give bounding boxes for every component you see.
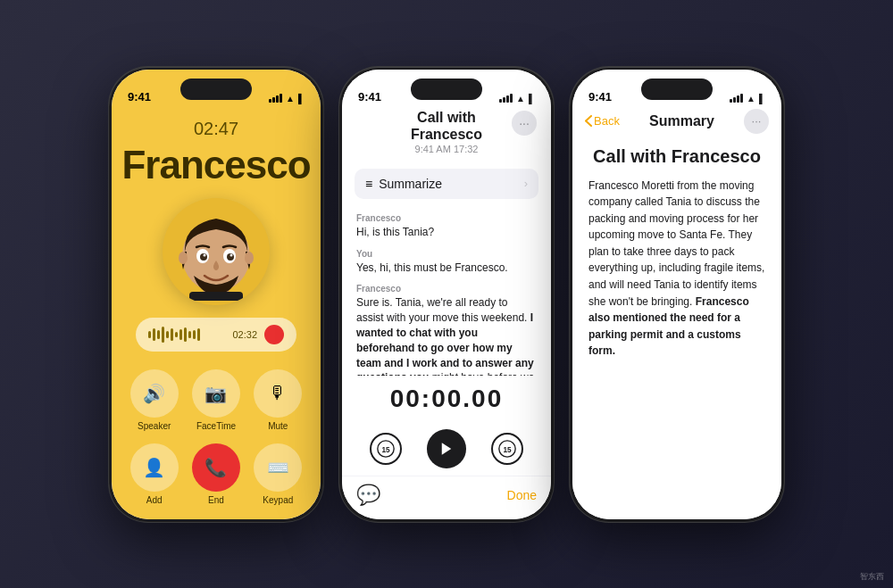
transcript-title: Call with Francesco <box>381 109 512 143</box>
summarize-pill[interactable]: ≡ Summarize › <box>355 169 538 199</box>
transcript-screen: 9:41 ▲ ▌ Call w <box>342 70 551 519</box>
svg-text:15: 15 <box>503 445 512 453</box>
wave-b10 <box>188 331 191 338</box>
wave-b11 <box>193 330 196 339</box>
back-label: Back <box>594 114 620 128</box>
transcript-line-2: Yes, hi, this must be Francesco. <box>356 261 537 276</box>
speaker-label-1: Francesco <box>356 213 537 223</box>
wave-b2 <box>153 328 155 341</box>
sb2-3 <box>733 97 736 103</box>
status-icons-1: ▲ ▌ <box>269 94 305 104</box>
wave-b7 <box>175 332 178 337</box>
wave-b9 <box>184 327 187 342</box>
phone-call: 9:41 ▲ ▌ 02:47 Francesco <box>109 67 323 522</box>
transcript-footer: 💬 Done <box>342 476 551 519</box>
facetime-icon: 📷 <box>192 369 240 418</box>
add-button[interactable]: 👤 Add <box>129 443 179 505</box>
battery-icon-2: ▌ <box>529 94 535 104</box>
summary-nav-title: Summary <box>649 113 714 129</box>
dynamic-island-3 <box>641 79 713 100</box>
phones-container: 9:41 ▲ ▌ 02:47 Francesco <box>91 49 802 540</box>
status-icons-2: ▲ ▌ <box>499 94 535 104</box>
sb1-3 <box>730 99 732 103</box>
end-label: End <box>208 495 224 505</box>
summarize-icon: ≡ <box>365 177 372 191</box>
summary-screen: 9:41 ▲ ▌ <box>572 70 781 519</box>
wave-b4 <box>162 327 164 343</box>
summary-text: Francesco Moretti from the moving compan… <box>588 178 765 360</box>
skip-back-icon: 15 <box>376 439 396 459</box>
more-options-button[interactable]: ··· <box>512 111 537 136</box>
call-buttons-grid: 🔊 Speaker 📷 FaceTime 🎙 Mute 👤 Add <box>112 369 321 505</box>
skip-forward-icon: 15 <box>497 439 517 459</box>
sb4-3 <box>740 94 743 103</box>
dynamic-island-2 <box>411 79 482 100</box>
dynamic-island-1 <box>180 79 252 100</box>
back-chevron-icon <box>585 115 592 127</box>
summary-more-button[interactable]: ··· <box>744 109 769 134</box>
facetime-button[interactable]: 📷 FaceTime <box>191 369 240 431</box>
watermark: 智东西 <box>860 571 884 583</box>
call-duration: 02:47 <box>194 119 238 139</box>
caller-name: Francesco <box>121 143 310 187</box>
signal-bar-4 <box>280 94 282 103</box>
done-button[interactable]: Done <box>507 488 537 502</box>
end-call-button[interactable]: 📞 End <box>191 443 240 505</box>
transcript-line-1: Hi, is this Tania? <box>356 225 537 240</box>
transcript-title-block: Call with Francesco 9:41 AM 17:32 <box>381 109 512 154</box>
signal-bar-2 <box>272 97 275 103</box>
end-call-icon: 📞 <box>192 443 240 492</box>
phone-summary: 9:41 ▲ ▌ <box>570 67 784 522</box>
phone-transcript: 9:41 ▲ ▌ Call w <box>339 67 554 522</box>
signal-bars-2 <box>499 94 513 103</box>
record-timer: 02:32 <box>232 329 257 340</box>
waveform-bar: 02:32 <box>136 318 296 352</box>
wave-b12 <box>197 328 200 341</box>
speaker-icon: 🔊 <box>130 369 179 418</box>
avatar <box>163 198 270 305</box>
chevron-right-icon: › <box>524 177 528 190</box>
status-time-3: 9:41 <box>588 90 612 104</box>
status-time-1: 9:41 <box>128 90 151 104</box>
skip-forward-button[interactable]: 15 <box>491 433 523 465</box>
add-icon: 👤 <box>130 443 179 492</box>
signal-bar-1 <box>269 99 271 103</box>
record-button[interactable] <box>264 325 284 344</box>
signal-bars-1 <box>269 94 282 103</box>
mute-button[interactable]: 🎙 Mute <box>254 369 303 431</box>
speaker-button[interactable]: 🔊 Speaker <box>129 369 179 431</box>
back-button[interactable]: Back <box>585 114 620 128</box>
skip-back-button[interactable]: 15 <box>370 433 402 465</box>
summary-body: Call with Francesco Francesco Moretti fr… <box>572 141 781 519</box>
speaker-label: Speaker <box>138 421 171 431</box>
keypad-icon: ⌨️ <box>254 443 302 492</box>
transcript-subtitle: 9:41 AM 17:32 <box>381 144 512 154</box>
wifi-icon-2: ▲ <box>516 94 525 104</box>
svg-point-8 <box>204 253 206 256</box>
svg-point-9 <box>230 253 233 256</box>
svg-point-2 <box>179 252 188 264</box>
speaker-label-2: You <box>356 249 537 259</box>
wifi-icon-3: ▲ <box>747 94 755 104</box>
battery-icon-3: ▌ <box>759 94 765 104</box>
playback-controls: 15 15 <box>342 422 551 476</box>
summarize-text: Summarize <box>379 177 442 191</box>
add-label: Add <box>146 495 163 505</box>
facetime-label: FaceTime <box>196 421 236 431</box>
wave-b3 <box>157 330 160 339</box>
play-button[interactable] <box>427 429 466 468</box>
sb1 <box>499 99 502 103</box>
sb3 <box>506 95 509 103</box>
sb3-3 <box>737 95 739 103</box>
wifi-icon-1: ▲ <box>286 94 295 104</box>
svg-text:15: 15 <box>381 445 390 453</box>
transcript-line-3: Sure is. Tania, we're all ready to assis… <box>356 295 537 375</box>
wave-b5 <box>166 331 169 338</box>
wave-b1 <box>148 331 151 338</box>
svg-rect-10 <box>189 292 243 301</box>
keypad-button[interactable]: ⌨️ Keypad <box>254 443 303 505</box>
play-icon <box>438 441 455 457</box>
transcript-body: Francesco Hi, is this Tania? You Yes, hi… <box>342 204 551 376</box>
chat-icon[interactable]: 💬 <box>356 484 380 507</box>
speaker-label-3: Francesco <box>356 284 537 294</box>
